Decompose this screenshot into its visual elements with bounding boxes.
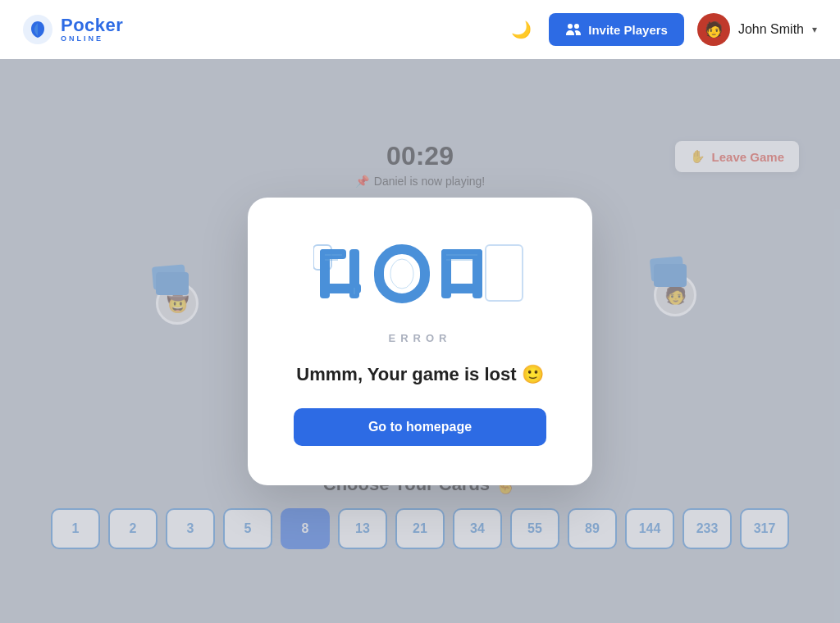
user-name: John Smith [738,22,804,37]
header: Pocker ONLINE 🌙 Invite Players 🧑 John Sm… [0,0,840,59]
go-to-homepage-button[interactable]: Go to homepage [294,408,546,446]
invite-icon [565,21,582,38]
svg-rect-17 [486,245,523,301]
svg-rect-8 [379,249,425,298]
logo-area: Pocker ONLINE [23,15,123,44]
svg-point-9 [390,259,413,289]
error-code: ERROR [294,332,546,344]
logo-icon [23,15,52,44]
error-graphic [294,237,546,319]
logo-text: Pocker ONLINE [61,16,123,43]
moon-icon: 🌙 [511,20,532,39]
chevron-down-icon: ▾ [812,24,817,35]
modal-overlay: ERROR Ummm, Your game is lost 🙂 Go to ho… [0,59,840,623]
avatar: 🧑 [697,13,730,46]
svg-rect-13 [441,284,482,293]
error-message: Ummm, Your game is lost 🙂 [294,364,546,385]
header-right: 🌙 Invite Players 🧑 John Smith ▾ [506,13,817,46]
invite-label: Invite Players [588,23,668,37]
dark-mode-button[interactable]: 🌙 [506,15,536,44]
error-modal: ERROR Ummm, Your game is lost 🙂 Go to ho… [248,198,592,485]
invite-players-button[interactable]: Invite Players [549,13,684,46]
user-area[interactable]: 🧑 John Smith ▾ [697,13,817,46]
404-illustration [313,237,527,319]
logo-sub: ONLINE [61,35,123,43]
logo-name: Pocker [61,16,123,34]
